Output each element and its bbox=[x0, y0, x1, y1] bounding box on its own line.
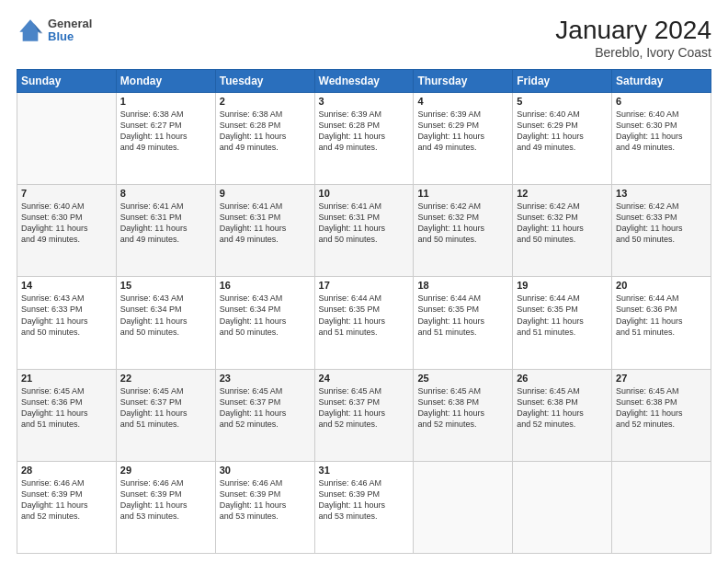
col-monday: Monday bbox=[116, 69, 215, 92]
day-number: 16 bbox=[220, 280, 311, 291]
table-row: 19Sunrise: 6:44 AM Sunset: 6:35 PM Dayli… bbox=[513, 277, 612, 369]
day-number: 19 bbox=[517, 280, 608, 291]
table-row: 12Sunrise: 6:42 AM Sunset: 6:32 PM Dayli… bbox=[513, 185, 612, 277]
calendar-week-row: 21Sunrise: 6:45 AM Sunset: 6:36 PM Dayli… bbox=[17, 369, 711, 461]
table-row: 27Sunrise: 6:45 AM Sunset: 6:38 PM Dayli… bbox=[612, 369, 711, 461]
day-info: Sunrise: 6:38 AM Sunset: 6:27 PM Dayligh… bbox=[120, 109, 211, 154]
day-info: Sunrise: 6:40 AM Sunset: 6:30 PM Dayligh… bbox=[21, 201, 112, 246]
table-row: 10Sunrise: 6:41 AM Sunset: 6:31 PM Dayli… bbox=[314, 185, 414, 277]
col-thursday: Thursday bbox=[414, 69, 513, 92]
day-info: Sunrise: 6:42 AM Sunset: 6:33 PM Dayligh… bbox=[616, 201, 707, 246]
day-number: 29 bbox=[120, 465, 211, 476]
day-info: Sunrise: 6:45 AM Sunset: 6:38 PM Dayligh… bbox=[616, 385, 707, 431]
day-info: Sunrise: 6:43 AM Sunset: 6:34 PM Dayligh… bbox=[120, 293, 211, 338]
day-number: 23 bbox=[220, 373, 311, 384]
table-row bbox=[17, 92, 117, 184]
table-row: 18Sunrise: 6:44 AM Sunset: 6:35 PM Dayli… bbox=[414, 277, 513, 369]
day-info: Sunrise: 6:44 AM Sunset: 6:35 PM Dayligh… bbox=[517, 293, 608, 338]
day-number: 22 bbox=[120, 373, 211, 384]
day-info: Sunrise: 6:43 AM Sunset: 6:33 PM Dayligh… bbox=[21, 293, 112, 338]
calendar-table: Sunday Monday Tuesday Wednesday Thursday… bbox=[17, 69, 711, 554]
logo-line2: Blue bbox=[48, 30, 92, 43]
day-number: 7 bbox=[21, 188, 112, 199]
day-info: Sunrise: 6:46 AM Sunset: 6:39 PM Dayligh… bbox=[120, 477, 211, 523]
day-info: Sunrise: 6:44 AM Sunset: 6:36 PM Dayligh… bbox=[616, 293, 707, 338]
day-number: 1 bbox=[120, 96, 211, 107]
day-number: 31 bbox=[319, 465, 410, 476]
day-number: 15 bbox=[120, 280, 211, 291]
day-number: 11 bbox=[417, 188, 508, 199]
col-sunday: Sunday bbox=[17, 69, 117, 92]
day-number: 4 bbox=[417, 96, 508, 107]
col-tuesday: Tuesday bbox=[215, 69, 314, 92]
table-row: 3Sunrise: 6:39 AM Sunset: 6:28 PM Daylig… bbox=[314, 92, 414, 184]
day-info: Sunrise: 6:38 AM Sunset: 6:28 PM Dayligh… bbox=[220, 109, 311, 154]
col-friday: Friday bbox=[513, 69, 612, 92]
table-row bbox=[414, 461, 513, 553]
calendar-header-row: Sunday Monday Tuesday Wednesday Thursday… bbox=[17, 69, 711, 92]
day-info: Sunrise: 6:45 AM Sunset: 6:37 PM Dayligh… bbox=[319, 385, 410, 431]
title-area: January 2024 Bereblo, Ivory Coast bbox=[555, 17, 711, 60]
day-number: 21 bbox=[21, 373, 112, 384]
table-row: 15Sunrise: 6:43 AM Sunset: 6:34 PM Dayli… bbox=[116, 277, 215, 369]
day-number: 24 bbox=[319, 373, 410, 384]
day-number: 12 bbox=[517, 188, 608, 199]
calendar-subtitle: Bereblo, Ivory Coast bbox=[555, 45, 711, 60]
calendar-week-row: 1Sunrise: 6:38 AM Sunset: 6:27 PM Daylig… bbox=[17, 92, 711, 184]
day-info: Sunrise: 6:41 AM Sunset: 6:31 PM Dayligh… bbox=[319, 201, 410, 246]
day-info: Sunrise: 6:40 AM Sunset: 6:30 PM Dayligh… bbox=[616, 109, 707, 154]
day-info: Sunrise: 6:39 AM Sunset: 6:29 PM Dayligh… bbox=[417, 109, 508, 154]
calendar-title: January 2024 bbox=[555, 17, 711, 45]
table-row: 20Sunrise: 6:44 AM Sunset: 6:36 PM Dayli… bbox=[612, 277, 711, 369]
day-info: Sunrise: 6:42 AM Sunset: 6:32 PM Dayligh… bbox=[517, 201, 608, 246]
table-row: 30Sunrise: 6:46 AM Sunset: 6:39 PM Dayli… bbox=[215, 461, 314, 553]
logo-text: General Blue bbox=[48, 17, 92, 44]
table-row: 13Sunrise: 6:42 AM Sunset: 6:33 PM Dayli… bbox=[612, 185, 711, 277]
day-info: Sunrise: 6:45 AM Sunset: 6:38 PM Dayligh… bbox=[517, 385, 608, 431]
table-row bbox=[612, 461, 711, 553]
table-row bbox=[513, 461, 612, 553]
table-row: 4Sunrise: 6:39 AM Sunset: 6:29 PM Daylig… bbox=[414, 92, 513, 184]
day-info: Sunrise: 6:46 AM Sunset: 6:39 PM Dayligh… bbox=[319, 477, 410, 523]
day-number: 2 bbox=[220, 96, 311, 107]
col-saturday: Saturday bbox=[612, 69, 711, 92]
day-number: 9 bbox=[220, 188, 311, 199]
day-info: Sunrise: 6:45 AM Sunset: 6:37 PM Dayligh… bbox=[220, 385, 311, 431]
table-row: 29Sunrise: 6:46 AM Sunset: 6:39 PM Dayli… bbox=[116, 461, 215, 553]
table-row: 7Sunrise: 6:40 AM Sunset: 6:30 PM Daylig… bbox=[17, 185, 117, 277]
header: General Blue January 2024 Bereblo, Ivory… bbox=[17, 17, 711, 60]
day-number: 14 bbox=[21, 280, 112, 291]
logo: General Blue bbox=[17, 17, 92, 44]
day-info: Sunrise: 6:42 AM Sunset: 6:32 PM Dayligh… bbox=[417, 201, 508, 246]
table-row: 9Sunrise: 6:41 AM Sunset: 6:31 PM Daylig… bbox=[215, 185, 314, 277]
day-info: Sunrise: 6:41 AM Sunset: 6:31 PM Dayligh… bbox=[120, 201, 211, 246]
day-number: 30 bbox=[220, 465, 311, 476]
calendar-week-row: 7Sunrise: 6:40 AM Sunset: 6:30 PM Daylig… bbox=[17, 185, 711, 277]
day-info: Sunrise: 6:46 AM Sunset: 6:39 PM Dayligh… bbox=[21, 477, 112, 523]
day-number: 17 bbox=[319, 280, 410, 291]
day-info: Sunrise: 6:45 AM Sunset: 6:36 PM Dayligh… bbox=[21, 385, 112, 431]
day-number: 13 bbox=[616, 188, 707, 199]
table-row: 5Sunrise: 6:40 AM Sunset: 6:29 PM Daylig… bbox=[513, 92, 612, 184]
calendar-week-row: 28Sunrise: 6:46 AM Sunset: 6:39 PM Dayli… bbox=[17, 461, 711, 553]
table-row: 24Sunrise: 6:45 AM Sunset: 6:37 PM Dayli… bbox=[314, 369, 414, 461]
col-wednesday: Wednesday bbox=[314, 69, 414, 92]
day-number: 20 bbox=[616, 280, 707, 291]
table-row: 2Sunrise: 6:38 AM Sunset: 6:28 PM Daylig… bbox=[215, 92, 314, 184]
day-number: 27 bbox=[616, 373, 707, 384]
day-info: Sunrise: 6:46 AM Sunset: 6:39 PM Dayligh… bbox=[220, 477, 311, 523]
day-number: 26 bbox=[517, 373, 608, 384]
day-info: Sunrise: 6:44 AM Sunset: 6:35 PM Dayligh… bbox=[417, 293, 508, 338]
table-row: 8Sunrise: 6:41 AM Sunset: 6:31 PM Daylig… bbox=[116, 185, 215, 277]
day-number: 25 bbox=[417, 373, 508, 384]
table-row: 22Sunrise: 6:45 AM Sunset: 6:37 PM Dayli… bbox=[116, 369, 215, 461]
day-number: 5 bbox=[517, 96, 608, 107]
table-row: 26Sunrise: 6:45 AM Sunset: 6:38 PM Dayli… bbox=[513, 369, 612, 461]
day-info: Sunrise: 6:41 AM Sunset: 6:31 PM Dayligh… bbox=[220, 201, 311, 246]
day-number: 18 bbox=[417, 280, 508, 291]
table-row: 28Sunrise: 6:46 AM Sunset: 6:39 PM Dayli… bbox=[17, 461, 117, 553]
table-row: 23Sunrise: 6:45 AM Sunset: 6:37 PM Dayli… bbox=[215, 369, 314, 461]
day-number: 6 bbox=[616, 96, 707, 107]
table-row: 25Sunrise: 6:45 AM Sunset: 6:38 PM Dayli… bbox=[414, 369, 513, 461]
table-row: 14Sunrise: 6:43 AM Sunset: 6:33 PM Dayli… bbox=[17, 277, 117, 369]
